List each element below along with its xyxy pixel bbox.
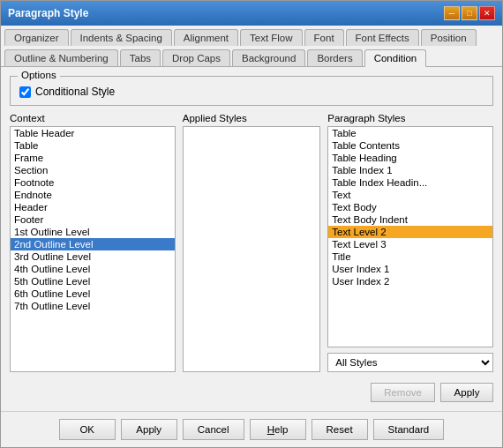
list-item[interactable]: Table Index 1 (328, 164, 492, 176)
list-item[interactable]: Table (328, 127, 492, 139)
tab-outline-numbering[interactable]: Outline & Numbering (4, 49, 118, 66)
list-item[interactable]: Footnote (11, 176, 175, 189)
tab-font[interactable]: Font (304, 29, 344, 46)
applied-list[interactable] (183, 126, 320, 372)
list-item[interactable]: Table Header (11, 127, 175, 139)
help-button[interactable]: Help (250, 419, 306, 440)
footer-buttons: OK Apply Cancel Help Reset Standard (1, 411, 502, 447)
paragraph-label: Paragraph Styles (327, 113, 493, 123)
list-item[interactable]: 1st Outline Level (11, 226, 175, 238)
list-item[interactable]: 4th Outline Level (11, 263, 175, 275)
list-item[interactable]: Table Heading (328, 152, 492, 164)
options-group: Options Conditional Style (10, 76, 493, 106)
context-list[interactable]: Table Header Table Frame Section Footnot… (10, 126, 176, 372)
tab-condition[interactable]: Condition (364, 49, 427, 67)
minimize-button[interactable]: ─ (444, 6, 460, 20)
list-item[interactable]: 3rd Outline Level (11, 250, 175, 263)
paragraph-style-dialog: Paragraph Style ─ □ ✕ Organizer Indents … (0, 0, 503, 448)
list-item[interactable]: 7th Outline Level (11, 300, 175, 312)
list-item[interactable]: Frame (11, 152, 175, 164)
maximize-button[interactable]: □ (462, 6, 477, 20)
tab-borders[interactable]: Borders (307, 49, 362, 66)
tab-text-flow[interactable]: Text Flow (240, 29, 303, 46)
actions-row: Remove Apply (10, 383, 493, 402)
list-item[interactable]: Header (11, 201, 175, 213)
tab-drop-caps[interactable]: Drop Caps (162, 49, 230, 66)
list-item[interactable]: 5th Outline Level (11, 275, 175, 287)
tab-row-1: Organizer Indents & Spacing Alignment Te… (1, 26, 502, 46)
cancel-button[interactable]: Cancel (183, 419, 244, 440)
list-item[interactable]: Text Body (328, 201, 492, 213)
context-section: Context Table Header Table Frame Section… (10, 113, 176, 372)
dropdown-row: All Styles (327, 353, 493, 372)
tab-organizer[interactable]: Organizer (4, 29, 69, 46)
footer-apply-button[interactable]: Apply (121, 419, 177, 440)
applied-label: Applied Styles (183, 113, 320, 123)
list-item[interactable]: User Index 2 (328, 275, 492, 287)
window-controls: ─ □ ✕ (444, 6, 495, 20)
reset-button[interactable]: Reset (312, 419, 368, 440)
options-group-label: Options (18, 70, 60, 80)
list-item[interactable]: Table (11, 139, 175, 152)
content-area: Options Conditional Style Context Table … (1, 67, 502, 411)
conditional-style-label: Conditional Style (35, 86, 115, 98)
tab-background[interactable]: Background (232, 49, 305, 66)
tab-alignment[interactable]: Alignment (174, 29, 238, 46)
list-item[interactable]: User Index 1 (328, 263, 492, 275)
list-item[interactable]: Text Body Indent (328, 213, 492, 226)
list-item[interactable]: Section (11, 164, 175, 176)
list-item[interactable]: Endnote (11, 189, 175, 201)
list-item[interactable]: Text (328, 189, 492, 201)
window-title: Paragraph Style (8, 7, 88, 19)
list-item-selected[interactable]: Text Level 2 (328, 226, 492, 238)
styles-dropdown[interactable]: All Styles (327, 353, 493, 372)
list-item[interactable]: Text Level 3 (328, 238, 492, 250)
standard-button[interactable]: Standard (373, 419, 445, 440)
list-item[interactable]: Table Contents (328, 139, 492, 152)
tab-indents-spacing[interactable]: Indents & Spacing (71, 29, 172, 46)
paragraph-list[interactable]: Table Table Contents Table Heading Table… (327, 126, 493, 347)
list-item[interactable]: Footer (11, 213, 175, 226)
ok-button[interactable]: OK (59, 419, 116, 440)
paragraph-section: Paragraph Styles Table Table Contents Ta… (327, 113, 493, 372)
apply-button[interactable]: Apply (440, 383, 493, 402)
tab-container-row1: Organizer Indents & Spacing Alignment Te… (1, 26, 502, 67)
list-item[interactable]: Title (328, 250, 492, 263)
applied-section: Applied Styles (183, 113, 320, 372)
list-item[interactable]: Table Index Headin... (328, 176, 492, 189)
tab-font-effects[interactable]: Font Effects (346, 29, 419, 46)
tab-tabs[interactable]: Tabs (120, 49, 161, 66)
lists-area: Context Table Header Table Frame Section… (10, 113, 493, 372)
tab-position[interactable]: Position (421, 29, 477, 46)
close-button[interactable]: ✕ (479, 6, 495, 20)
tab-row-2: Outline & Numbering Tabs Drop Caps Backg… (1, 46, 502, 66)
list-item[interactable]: 6th Outline Level (11, 287, 175, 300)
context-label: Context (10, 113, 176, 123)
remove-button[interactable]: Remove (371, 383, 435, 402)
title-bar: Paragraph Style ─ □ ✕ (1, 1, 502, 26)
conditional-style-row: Conditional Style (19, 86, 484, 98)
list-item-selected[interactable]: 2nd Outline Level (11, 238, 175, 250)
conditional-style-checkbox[interactable] (19, 86, 31, 98)
